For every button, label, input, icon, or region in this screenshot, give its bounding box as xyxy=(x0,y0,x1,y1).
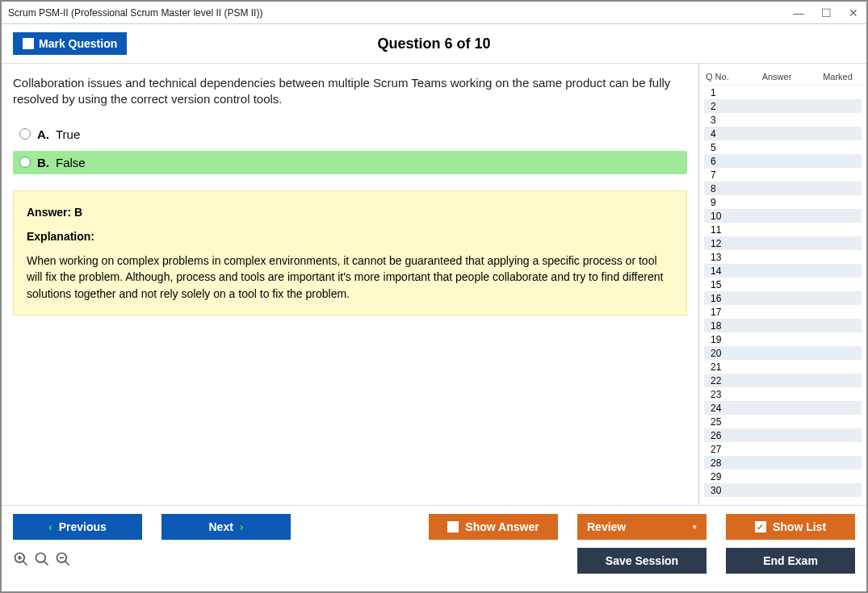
zoom-reset-icon[interactable] xyxy=(34,551,50,571)
question-list-row[interactable]: 19 xyxy=(704,332,862,346)
question-list-row[interactable]: 1 xyxy=(704,86,862,99)
row-qno: 13 xyxy=(706,252,738,263)
row-qno: 23 xyxy=(706,389,738,400)
question-list-row[interactable]: 6 xyxy=(704,154,862,168)
question-list-row[interactable]: 16 xyxy=(704,291,862,305)
question-list-row[interactable]: 30 xyxy=(704,483,862,497)
window-titlebar: Scrum PSM-II (Professional Scrum Master … xyxy=(2,2,866,24)
question-list-row[interactable]: 13 xyxy=(704,250,862,264)
question-list-row[interactable]: 25 xyxy=(704,415,862,428)
question-list-body[interactable]: 1234567891011121314151617181920212223242… xyxy=(704,85,862,505)
question-list-row[interactable]: 15 xyxy=(704,278,862,291)
svg-line-7 xyxy=(65,561,69,565)
maximize-icon[interactable]: ☐ xyxy=(820,6,832,19)
question-list-row[interactable]: 26 xyxy=(704,428,862,442)
question-list-row[interactable]: 7 xyxy=(704,168,862,182)
question-list-row[interactable]: 22 xyxy=(704,374,862,387)
radio-icon xyxy=(19,157,31,168)
question-list-row[interactable]: 29 xyxy=(704,470,862,483)
question-list-row[interactable]: 5 xyxy=(704,140,862,154)
question-text: Collaboration issues and technical depen… xyxy=(13,75,687,108)
question-list-row[interactable]: 10 xyxy=(704,209,862,223)
previous-button[interactable]: ‹ Previous xyxy=(13,514,142,540)
show-list-button[interactable]: ✓ Show List xyxy=(726,514,855,540)
window-title: Scrum PSM-II (Professional Scrum Master … xyxy=(8,7,792,19)
question-list-row[interactable]: 4 xyxy=(704,127,862,140)
radio-icon xyxy=(19,128,31,140)
question-list-row[interactable]: 17 xyxy=(704,305,862,319)
row-qno: 12 xyxy=(706,238,738,249)
review-button[interactable]: Review ▾ xyxy=(577,514,707,540)
options-list: A. TrueB. False xyxy=(13,123,687,174)
row-qno: 1 xyxy=(706,87,738,98)
question-list-row[interactable]: 24 xyxy=(704,401,862,415)
mark-question-button[interactable]: Mark Question xyxy=(13,32,127,55)
explanation-text: When working on complex problems in comp… xyxy=(27,253,673,302)
row-qno: 22 xyxy=(706,375,738,386)
row-qno: 21 xyxy=(706,361,738,373)
show-answer-button[interactable]: Show Answer xyxy=(429,514,558,540)
footer-row-2: Save Session End Exam xyxy=(13,548,855,574)
question-list-row[interactable]: 18 xyxy=(704,319,862,332)
question-list-row[interactable]: 3 xyxy=(704,113,862,127)
col-answer: Answer xyxy=(738,72,816,81)
col-qno: Q No. xyxy=(706,72,738,81)
question-list-row[interactable]: 21 xyxy=(704,360,862,374)
option-text: False xyxy=(56,156,86,169)
save-session-label: Save Session xyxy=(606,554,678,567)
question-list-row[interactable]: 23 xyxy=(704,387,862,401)
explanation-label: Explanation: xyxy=(27,228,673,244)
row-qno: 8 xyxy=(706,183,738,194)
next-button[interactable]: Next › xyxy=(161,514,291,540)
row-qno: 26 xyxy=(706,430,738,441)
end-exam-label: End Exam xyxy=(763,554,818,567)
row-qno: 6 xyxy=(706,156,738,167)
row-qno: 15 xyxy=(706,279,738,290)
row-qno: 3 xyxy=(706,115,738,126)
row-qno: 28 xyxy=(706,457,738,469)
chevron-right-icon: › xyxy=(240,520,244,533)
row-qno: 27 xyxy=(706,444,738,455)
footer: ‹ Previous Next › Show Answer Review ▾ ✓… xyxy=(2,505,866,586)
save-session-button[interactable]: Save Session xyxy=(577,548,707,574)
answer-label: Answer: B xyxy=(27,204,673,220)
dropdown-icon: ▾ xyxy=(693,523,697,531)
review-label: Review xyxy=(587,520,626,533)
question-list-row[interactable]: 28 xyxy=(704,456,862,470)
svg-line-1 xyxy=(23,561,27,565)
row-qno: 9 xyxy=(706,197,738,208)
question-list-row[interactable]: 8 xyxy=(704,182,862,195)
option-text: True xyxy=(56,127,80,141)
checkbox-icon xyxy=(447,521,459,532)
end-exam-button[interactable]: End Exam xyxy=(726,548,855,574)
question-list-row[interactable]: 14 xyxy=(704,264,862,278)
checkbox-checked-icon: ✓ xyxy=(755,521,766,532)
question-list-row[interactable]: 20 xyxy=(704,346,862,360)
row-qno: 11 xyxy=(706,224,738,236)
question-counter: Question 6 of 10 xyxy=(377,35,490,52)
question-list-header: Q No. Answer Marked xyxy=(704,69,862,85)
option-row-a[interactable]: A. True xyxy=(13,123,687,146)
minimize-icon[interactable]: — xyxy=(792,6,805,19)
row-qno: 18 xyxy=(706,320,738,332)
zoom-controls xyxy=(13,551,71,571)
row-qno: 25 xyxy=(706,416,738,428)
mark-question-label: Mark Question xyxy=(39,37,117,50)
row-qno: 16 xyxy=(706,293,738,304)
row-qno: 5 xyxy=(706,142,738,153)
zoom-out-icon[interactable] xyxy=(55,551,71,571)
row-qno: 7 xyxy=(706,169,738,181)
show-answer-label: Show Answer xyxy=(465,520,539,533)
option-letter: B. xyxy=(37,156,49,169)
question-list-row[interactable]: 11 xyxy=(704,223,862,236)
question-list-row[interactable]: 9 xyxy=(704,195,862,209)
row-qno: 19 xyxy=(706,334,738,345)
row-qno: 20 xyxy=(706,348,738,359)
row-qno: 2 xyxy=(706,101,738,112)
question-list-row[interactable]: 2 xyxy=(704,99,862,113)
close-icon[interactable]: ✕ xyxy=(847,6,860,19)
zoom-in-icon[interactable] xyxy=(13,551,29,571)
option-row-b[interactable]: B. False xyxy=(13,151,687,174)
question-list-row[interactable]: 12 xyxy=(704,236,862,250)
question-list-row[interactable]: 27 xyxy=(704,442,862,456)
